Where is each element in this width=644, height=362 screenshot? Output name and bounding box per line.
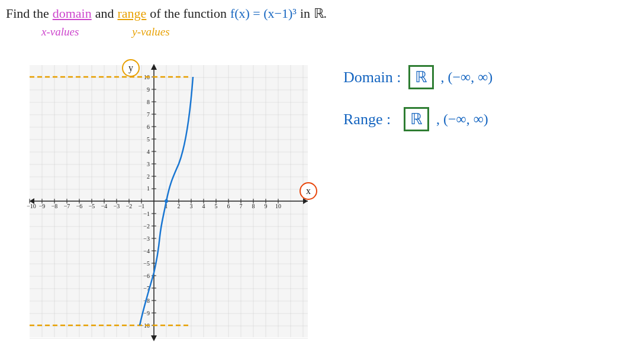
svg-text:−4: −4 xyxy=(101,203,108,209)
svg-text:−1: −1 xyxy=(139,203,145,209)
title-area: Find the domain and range of the functio… xyxy=(6,5,327,40)
of-function-text: of the function xyxy=(150,5,227,23)
and-text: and xyxy=(95,5,114,23)
svg-text:2: 2 xyxy=(178,203,181,209)
in-r-text: in ℝ. xyxy=(300,5,327,23)
svg-text:−6: −6 xyxy=(143,273,150,279)
find-the-text: Find the xyxy=(6,5,49,23)
domain-box: ℝ xyxy=(408,65,434,89)
svg-text:−2: −2 xyxy=(126,203,133,209)
svg-text:−10: −10 xyxy=(27,203,36,209)
svg-text:−4: −4 xyxy=(143,248,150,254)
svg-text:−9: −9 xyxy=(39,203,46,209)
range-box: ℝ xyxy=(404,107,429,131)
range-label: Range : xyxy=(343,111,397,128)
svg-text:−7: −7 xyxy=(64,203,70,209)
domain-word: domain xyxy=(53,5,92,23)
svg-text:−6: −6 xyxy=(76,203,83,209)
svg-text:−9: −9 xyxy=(143,310,150,316)
domain-interval: , (−∞, ∞) xyxy=(441,69,493,85)
fx-expression: f(x) = (x−1)³ xyxy=(230,5,297,23)
range-interval: , (−∞, ∞) xyxy=(436,111,488,127)
svg-text:8: 8 xyxy=(252,203,255,209)
svg-text:10: 10 xyxy=(275,203,281,209)
coordinate-graph: 1 2 3 4 5 6 7 8 9 10 xyxy=(12,47,326,349)
svg-text:4: 4 xyxy=(147,148,150,155)
range-row: Range : ℝ , (−∞, ∞) xyxy=(343,107,492,131)
graph-area: y x xyxy=(12,47,326,349)
svg-text:3: 3 xyxy=(147,161,150,167)
y-values-label: y-values xyxy=(132,24,169,40)
svg-text:7: 7 xyxy=(147,111,150,118)
info-area: Domain : ℝ , (−∞, ∞) Range : ℝ , (−∞, ∞) xyxy=(343,65,492,131)
svg-text:6: 6 xyxy=(147,124,150,130)
y-axis-label: y xyxy=(122,59,140,77)
svg-text:4: 4 xyxy=(202,203,205,209)
svg-text:−3: −3 xyxy=(114,203,120,209)
svg-text:8: 8 xyxy=(147,99,150,105)
svg-text:6: 6 xyxy=(227,203,230,209)
range-word: range xyxy=(118,5,147,23)
svg-text:5: 5 xyxy=(147,136,150,143)
svg-text:−3: −3 xyxy=(143,235,150,242)
svg-text:7: 7 xyxy=(240,203,243,209)
svg-text:2: 2 xyxy=(147,173,150,180)
x-axis-label: x xyxy=(300,182,317,200)
svg-text:1: 1 xyxy=(147,185,150,192)
domain-label: Domain : xyxy=(343,69,401,86)
svg-text:−2: −2 xyxy=(143,223,150,230)
svg-text:−5: −5 xyxy=(143,260,150,267)
svg-text:−5: −5 xyxy=(89,203,95,209)
main-container: Find the domain and range of the functio… xyxy=(0,0,644,362)
svg-text:−1: −1 xyxy=(143,211,150,217)
svg-text:−8: −8 xyxy=(51,203,58,209)
domain-row: Domain : ℝ , (−∞, ∞) xyxy=(343,65,492,89)
svg-text:9: 9 xyxy=(147,86,150,93)
x-values-label: x-values xyxy=(41,24,79,40)
svg-text:9: 9 xyxy=(265,203,268,209)
svg-point-133 xyxy=(165,199,168,203)
svg-text:5: 5 xyxy=(215,203,218,209)
svg-text:3: 3 xyxy=(190,203,193,209)
